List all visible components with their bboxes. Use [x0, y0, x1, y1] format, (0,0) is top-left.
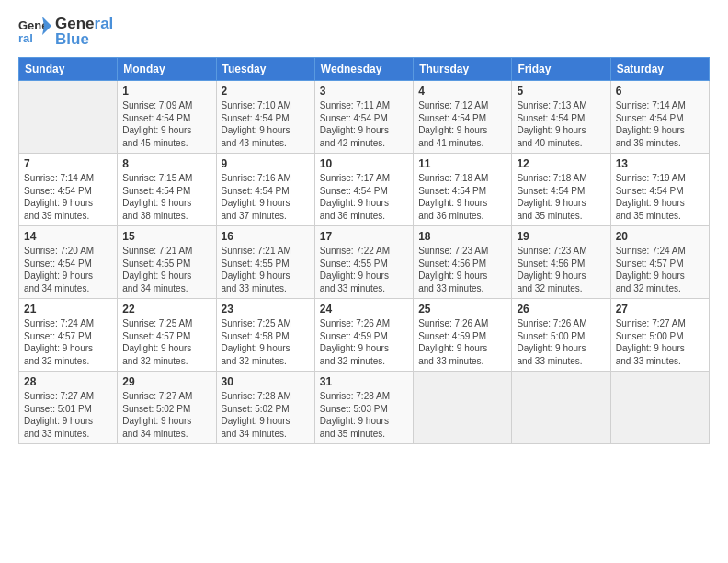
calendar-week-row: 14Sunrise: 7:20 AMSunset: 4:54 PMDayligh… — [19, 226, 710, 299]
day-number: 14 — [24, 230, 112, 243]
calendar-cell — [512, 372, 610, 444]
day-number: 15 — [122, 230, 210, 243]
logo: Gene ral General Blue — [18, 15, 113, 48]
calendar-header-row: SundayMondayTuesdayWednesdayThursdayFrid… — [19, 58, 710, 81]
day-number: 5 — [517, 85, 605, 98]
day-number: 11 — [418, 157, 506, 170]
day-info: Sunrise: 7:18 AMSunset: 4:54 PMDaylight:… — [517, 172, 605, 222]
day-info: Sunrise: 7:09 AMSunset: 4:54 PMDaylight:… — [122, 99, 210, 149]
day-info: Sunrise: 7:25 AMSunset: 4:57 PMDaylight:… — [122, 317, 210, 367]
calendar-cell: 11Sunrise: 7:18 AMSunset: 4:54 PMDayligh… — [414, 154, 512, 226]
calendar-cell: 27Sunrise: 7:27 AMSunset: 5:00 PMDayligh… — [610, 299, 709, 372]
calendar-cell: 18Sunrise: 7:23 AMSunset: 4:56 PMDayligh… — [414, 226, 512, 299]
calendar-cell: 9Sunrise: 7:16 AMSunset: 4:54 PMDaylight… — [216, 154, 314, 226]
day-number: 16 — [222, 230, 310, 243]
calendar-cell: 12Sunrise: 7:18 AMSunset: 4:54 PMDayligh… — [512, 154, 610, 226]
day-number: 8 — [122, 157, 210, 170]
calendar-day-header: Friday — [512, 58, 610, 81]
day-number: 30 — [222, 375, 310, 388]
day-number: 3 — [320, 85, 408, 98]
calendar-cell: 19Sunrise: 7:23 AMSunset: 4:56 PMDayligh… — [512, 226, 610, 299]
day-number: 21 — [24, 303, 112, 316]
day-info: Sunrise: 7:26 AMSunset: 4:59 PMDaylight:… — [418, 317, 506, 367]
calendar-cell: 30Sunrise: 7:28 AMSunset: 5:02 PMDayligh… — [216, 372, 314, 444]
calendar-cell: 5Sunrise: 7:13 AMSunset: 4:54 PMDaylight… — [512, 81, 610, 154]
day-info: Sunrise: 7:21 AMSunset: 4:55 PMDaylight:… — [222, 245, 310, 294]
day-number: 20 — [616, 230, 704, 243]
svg-text:ral: ral — [18, 31, 33, 45]
calendar-cell: 16Sunrise: 7:21 AMSunset: 4:55 PMDayligh… — [216, 226, 314, 299]
day-number: 7 — [24, 157, 112, 170]
calendar-cell: 13Sunrise: 7:19 AMSunset: 4:54 PMDayligh… — [610, 154, 709, 226]
day-info: Sunrise: 7:15 AMSunset: 4:54 PMDaylight:… — [122, 172, 210, 222]
calendar-week-row: 28Sunrise: 7:27 AMSunset: 5:01 PMDayligh… — [19, 372, 710, 444]
calendar-cell: 31Sunrise: 7:28 AMSunset: 5:03 PMDayligh… — [314, 372, 413, 444]
day-number: 18 — [418, 230, 506, 243]
calendar-week-row: 7Sunrise: 7:14 AMSunset: 4:54 PMDaylight… — [19, 154, 710, 226]
calendar-day-header: Wednesday — [314, 58, 413, 81]
day-info: Sunrise: 7:17 AMSunset: 4:54 PMDaylight:… — [320, 172, 408, 222]
calendar-cell: 23Sunrise: 7:25 AMSunset: 4:58 PMDayligh… — [216, 299, 314, 372]
day-info: Sunrise: 7:12 AMSunset: 4:54 PMDaylight:… — [418, 99, 506, 149]
calendar-cell: 28Sunrise: 7:27 AMSunset: 5:01 PMDayligh… — [19, 372, 118, 444]
calendar-day-header: Monday — [118, 58, 216, 81]
day-info: Sunrise: 7:11 AMSunset: 4:54 PMDaylight:… — [320, 99, 408, 149]
calendar-day-header: Sunday — [19, 58, 118, 81]
header: Gene ral General Blue — [18, 15, 710, 48]
logo-blue: Blue — [55, 30, 89, 48]
day-info: Sunrise: 7:23 AMSunset: 4:56 PMDaylight:… — [418, 245, 506, 294]
day-info: Sunrise: 7:24 AMSunset: 4:57 PMDaylight:… — [24, 317, 112, 367]
day-info: Sunrise: 7:21 AMSunset: 4:55 PMDaylight:… — [122, 245, 210, 294]
calendar-cell: 3Sunrise: 7:11 AMSunset: 4:54 PMDaylight… — [314, 81, 413, 154]
day-info: Sunrise: 7:19 AMSunset: 4:54 PMDaylight:… — [616, 172, 704, 222]
day-number: 2 — [222, 85, 310, 98]
day-info: Sunrise: 7:25 AMSunset: 4:58 PMDaylight:… — [222, 317, 310, 367]
calendar-cell: 22Sunrise: 7:25 AMSunset: 4:57 PMDayligh… — [118, 299, 216, 372]
day-number: 27 — [616, 303, 704, 316]
day-info: Sunrise: 7:18 AMSunset: 4:54 PMDaylight:… — [418, 172, 506, 222]
day-number: 9 — [222, 157, 310, 170]
day-number: 12 — [517, 157, 605, 170]
logo-svg: Gene ral — [18, 15, 51, 48]
day-info: Sunrise: 7:27 AMSunset: 5:00 PMDaylight:… — [616, 317, 704, 367]
day-number: 10 — [320, 157, 408, 170]
day-info: Sunrise: 7:27 AMSunset: 5:01 PMDaylight:… — [24, 390, 112, 440]
calendar-cell: 6Sunrise: 7:14 AMSunset: 4:54 PMDaylight… — [610, 81, 709, 154]
day-info: Sunrise: 7:23 AMSunset: 4:56 PMDaylight:… — [517, 245, 605, 294]
calendar-cell: 2Sunrise: 7:10 AMSunset: 4:54 PMDaylight… — [216, 81, 314, 154]
calendar-cell: 17Sunrise: 7:22 AMSunset: 4:55 PMDayligh… — [314, 226, 413, 299]
calendar-cell — [414, 372, 512, 444]
calendar-cell: 20Sunrise: 7:24 AMSunset: 4:57 PMDayligh… — [610, 226, 709, 299]
day-info: Sunrise: 7:16 AMSunset: 4:54 PMDaylight:… — [222, 172, 310, 222]
calendar-cell: 25Sunrise: 7:26 AMSunset: 4:59 PMDayligh… — [414, 299, 512, 372]
day-number: 23 — [222, 303, 310, 316]
page-container: Gene ral General Blue SundayMondayTuesda… — [0, 0, 728, 454]
day-info: Sunrise: 7:27 AMSunset: 5:02 PMDaylight:… — [122, 390, 210, 440]
day-number: 17 — [320, 230, 408, 243]
day-number: 25 — [418, 303, 506, 316]
calendar-day-header: Saturday — [610, 58, 709, 81]
day-info: Sunrise: 7:20 AMSunset: 4:54 PMDaylight:… — [24, 245, 112, 294]
calendar-cell: 7Sunrise: 7:14 AMSunset: 4:54 PMDaylight… — [19, 154, 118, 226]
day-info: Sunrise: 7:28 AMSunset: 5:03 PMDaylight:… — [320, 390, 408, 440]
calendar-cell: 29Sunrise: 7:27 AMSunset: 5:02 PMDayligh… — [118, 372, 216, 444]
day-info: Sunrise: 7:24 AMSunset: 4:57 PMDaylight:… — [616, 245, 704, 294]
day-number: 6 — [616, 85, 704, 98]
calendar-cell — [19, 81, 118, 154]
day-number: 4 — [418, 85, 506, 98]
calendar-cell: 14Sunrise: 7:20 AMSunset: 4:54 PMDayligh… — [19, 226, 118, 299]
day-number: 28 — [24, 375, 112, 388]
calendar-table: SundayMondayTuesdayWednesdayThursdayFrid… — [18, 57, 710, 444]
day-number: 31 — [320, 375, 408, 388]
day-info: Sunrise: 7:26 AMSunset: 5:00 PMDaylight:… — [517, 317, 605, 367]
calendar-cell: 21Sunrise: 7:24 AMSunset: 4:57 PMDayligh… — [19, 299, 118, 372]
calendar-cell: 26Sunrise: 7:26 AMSunset: 5:00 PMDayligh… — [512, 299, 610, 372]
day-info: Sunrise: 7:22 AMSunset: 4:55 PMDaylight:… — [320, 245, 408, 294]
calendar-cell: 8Sunrise: 7:15 AMSunset: 4:54 PMDaylight… — [118, 154, 216, 226]
calendar-cell: 4Sunrise: 7:12 AMSunset: 4:54 PMDaylight… — [414, 81, 512, 154]
day-info: Sunrise: 7:10 AMSunset: 4:54 PMDaylight:… — [222, 99, 310, 149]
day-number: 19 — [517, 230, 605, 243]
day-info: Sunrise: 7:13 AMSunset: 4:54 PMDaylight:… — [517, 99, 605, 149]
day-number: 24 — [320, 303, 408, 316]
calendar-day-header: Tuesday — [216, 58, 314, 81]
